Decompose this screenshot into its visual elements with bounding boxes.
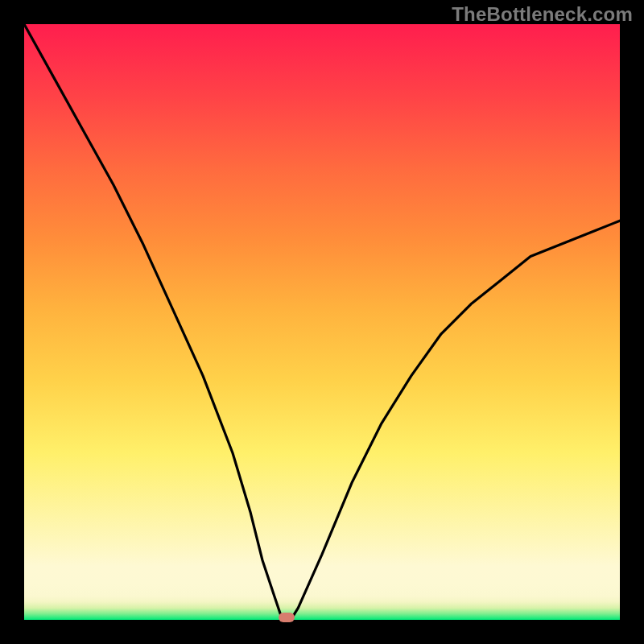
bottleneck-curve — [24, 24, 620, 617]
watermark-text: TheBottleneck.com — [452, 3, 633, 26]
plot-area — [24, 24, 620, 620]
curve-svg — [24, 24, 620, 620]
chart-frame: TheBottleneck.com — [0, 0, 644, 644]
minimum-marker — [279, 613, 295, 622]
